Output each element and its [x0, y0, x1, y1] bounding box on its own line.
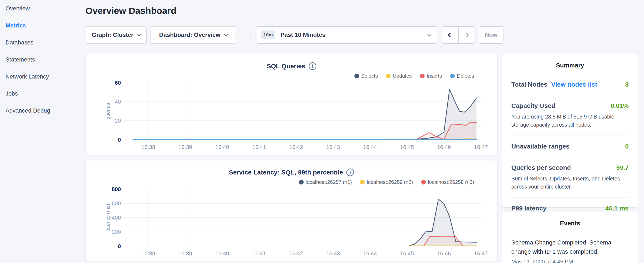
svg-text:400: 400: [112, 215, 121, 221]
svg-text:16:39: 16:39: [178, 144, 192, 150]
legend-item[interactable]: Inserts: [420, 73, 442, 79]
summary-row-value: 59.7: [616, 164, 629, 171]
chart-title: SQL Queries: [266, 63, 305, 70]
legend-item[interactable]: localhost:26258 (n3): [421, 179, 474, 185]
chevron-left-icon: [448, 32, 453, 38]
events-panel: Events Schema Change Completed: Schema c…: [502, 212, 638, 263]
svg-text:0: 0: [118, 243, 121, 249]
chevron-down-icon: [427, 33, 431, 36]
legend-item[interactable]: localhost:26257 (n1): [299, 179, 352, 185]
sidebar-item-statements[interactable]: Statements: [6, 51, 78, 68]
page-title: Overview Dashboard: [86, 6, 176, 16]
sidebar-item-overview[interactable]: Overview: [6, 0, 78, 17]
info-icon[interactable]: i: [346, 168, 354, 176]
svg-text:16:43: 16:43: [326, 144, 340, 150]
time-range-dropdown[interactable]: 10m Past 10 Minutes: [257, 26, 437, 44]
sidebar-item-databases[interactable]: Databases: [6, 34, 78, 51]
legend-item[interactable]: Selects: [354, 73, 378, 79]
svg-text:16:40: 16:40: [216, 250, 229, 256]
legend-item[interactable]: Updates: [386, 73, 412, 79]
svg-text:600: 600: [112, 200, 121, 206]
svg-text:16:47: 16:47: [474, 144, 488, 150]
legend-dot-icon: [450, 74, 455, 78]
graph-dropdown[interactable]: Graph: Cluster: [85, 26, 147, 44]
time-range-badge: 10m: [261, 31, 275, 39]
time-prev-button[interactable]: [442, 27, 458, 43]
event-text[interactable]: Schema Change Completed: Schema change w…: [511, 238, 629, 256]
svg-text:20: 20: [115, 118, 121, 124]
now-button[interactable]: Now: [479, 26, 504, 44]
legend-label: Selects: [361, 73, 378, 79]
legend-dot-icon: [360, 180, 365, 184]
summary-row: Queries per second59.7: [511, 164, 629, 171]
svg-text:16:40: 16:40: [216, 144, 229, 150]
svg-text:800: 800: [112, 186, 121, 192]
legend-dot-icon: [421, 180, 426, 184]
legend-label: localhost:26257 (n1): [306, 179, 352, 185]
svg-text:latency (ms): latency (ms): [105, 204, 111, 231]
summary-rows: Total NodesView nodes list3Capacity Used…: [511, 81, 629, 212]
svg-text:queries: queries: [105, 103, 111, 120]
svg-text:16:46: 16:46: [437, 250, 451, 256]
summary-divider: [511, 136, 629, 136]
legend-label: localhost:26258 (n3): [428, 179, 474, 185]
event-timestamp: May 13, 2020 at 4:45 PM: [511, 258, 629, 263]
summary-row-label: Total Nodes: [511, 81, 547, 88]
summary-row-value: 3: [625, 81, 629, 88]
summary-row: P99 latency46.1 ms: [511, 205, 629, 212]
sidebar-item-advanced-debug[interactable]: Advanced Debug: [6, 102, 78, 119]
svg-text:16:45: 16:45: [400, 250, 414, 256]
graph-dropdown-label: Graph: Cluster: [92, 32, 133, 38]
sidebar-item-network-latency[interactable]: Network Latency: [6, 68, 78, 85]
legend-dot-icon: [420, 74, 424, 78]
time-range-label: Past 10 Minutes: [280, 32, 326, 38]
summary-row: Capacity Used0.01%: [511, 102, 629, 109]
summary-row: Unavailable ranges0: [511, 143, 629, 150]
controls-divider: [250, 26, 250, 44]
legend-dot-icon: [299, 180, 304, 184]
summary-row-label: P99 latency: [511, 205, 546, 212]
svg-text:16:44: 16:44: [363, 250, 377, 256]
summary-panel: Summary Total NodesView nodes list3Capac…: [502, 54, 638, 208]
events-title: Events: [511, 220, 629, 227]
legend-label: Updates: [393, 73, 412, 79]
summary-row: Total NodesView nodes list3: [511, 81, 629, 88]
chevron-down-icon: [224, 33, 228, 36]
svg-text:16:46: 16:46: [437, 144, 451, 150]
chart-legend: SelectsUpdatesInsertsDeletes: [354, 73, 474, 79]
svg-text:16:47: 16:47: [474, 250, 488, 256]
svg-text:16:42: 16:42: [289, 144, 303, 150]
legend-item[interactable]: localhost:26259 (n2): [360, 179, 413, 185]
svg-text:60: 60: [115, 80, 121, 86]
sidebar-item-metrics[interactable]: Metrics: [6, 17, 78, 34]
svg-text:16:38: 16:38: [142, 250, 155, 256]
view-nodes-list-link[interactable]: View nodes list: [551, 81, 597, 88]
legend-dot-icon: [386, 74, 390, 78]
legend-label: Inserts: [427, 73, 442, 79]
chevron-right-icon: [464, 32, 469, 38]
sidebar: OverviewMetricsDatabasesStatementsNetwor…: [6, 0, 78, 119]
svg-text:16:41: 16:41: [252, 144, 266, 150]
legend-label: localhost:26259 (n2): [367, 179, 413, 185]
time-next-button[interactable]: [458, 27, 474, 43]
svg-text:16:42: 16:42: [289, 250, 303, 256]
svg-text:0: 0: [118, 137, 121, 143]
dashboard-dropdown[interactable]: Dashboard: Overview: [150, 26, 236, 44]
legend-dot-icon: [354, 74, 359, 78]
svg-text:16:39: 16:39: [178, 250, 192, 256]
summary-row-description: You are using 28.6 MiB of 515.9 GiB usab…: [511, 113, 626, 129]
legend-item[interactable]: Deletes: [450, 73, 474, 79]
chart-legend: localhost:26257 (n1)localhost:26259 (n2)…: [299, 179, 474, 185]
sidebar-item-jobs[interactable]: Jobs: [6, 85, 78, 102]
info-icon[interactable]: i: [309, 62, 316, 70]
svg-text:16:44: 16:44: [363, 144, 377, 150]
svg-text:16:43: 16:43: [326, 250, 340, 256]
summary-row-label: Queries per second: [511, 164, 571, 171]
summary-row-label: Capacity Used: [511, 102, 555, 109]
sql-queries-chart-card: SQL Queries i SelectsUpdatesInsertsDelet…: [86, 54, 498, 155]
summary-row-description: Sum of Selects, Updates, Inserts, and De…: [511, 175, 626, 191]
svg-text:16:41: 16:41: [252, 250, 266, 256]
service-latency-chart-card: Service Latency: SQL, 99th percentile i …: [86, 160, 498, 261]
summary-row-value: 0: [625, 143, 629, 150]
dashboard-dropdown-label: Dashboard: Overview: [159, 32, 220, 38]
